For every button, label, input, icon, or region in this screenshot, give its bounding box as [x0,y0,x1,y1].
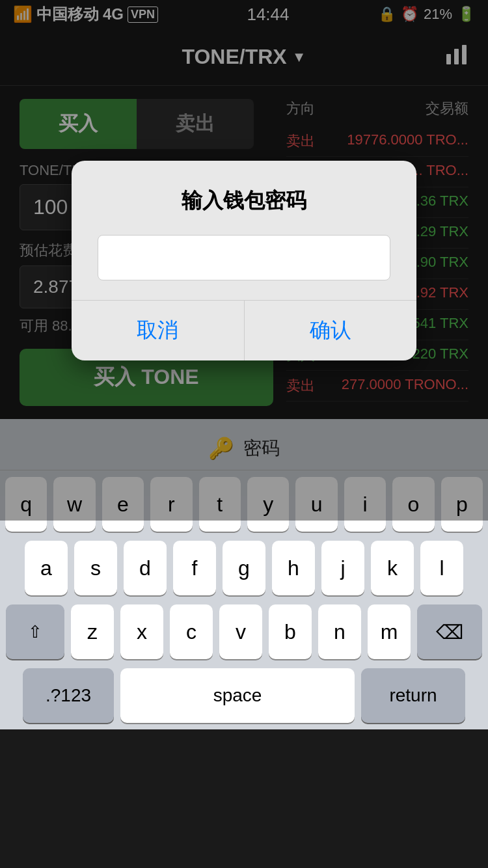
modal-overlay: 输入钱包密码 取消 确认 [0,0,488,521]
modal-title: 输入钱包密码 [98,187,390,215]
key-v[interactable]: v [219,604,262,659]
key-f[interactable]: f [173,541,216,595]
space-key[interactable]: space [120,668,355,723]
confirm-button[interactable]: 确认 [245,301,417,360]
key-k[interactable]: k [371,541,414,595]
password-modal: 输入钱包密码 取消 确认 [72,161,416,360]
key-a[interactable]: a [25,541,68,595]
keyboard-row-3: ⇧ z x c v b n m ⌫ [5,604,483,659]
key-h[interactable]: h [272,541,315,595]
delete-key[interactable]: ⌫ [417,604,482,659]
key-j[interactable]: j [321,541,364,595]
key-n[interactable]: n [318,604,361,659]
key-m[interactable]: m [368,604,411,659]
numbers-key[interactable]: .?123 [23,668,114,723]
keyboard-bottom-row: .?123 space return [0,668,488,729]
cancel-button[interactable]: 取消 [72,301,245,360]
key-x[interactable]: x [120,604,163,659]
key-d[interactable]: d [124,541,167,595]
key-b[interactable]: b [269,604,312,659]
shift-key[interactable]: ⇧ [6,604,64,659]
key-z[interactable]: z [71,604,114,659]
keyboard-row-2: a s d f g h j k l [5,541,483,595]
key-l[interactable]: l [420,541,463,595]
password-input[interactable] [98,235,390,280]
key-g[interactable]: g [223,541,265,595]
key-s[interactable]: s [74,541,117,595]
return-key[interactable]: return [361,668,465,723]
key-c[interactable]: c [170,604,213,659]
modal-buttons: 取消 确认 [72,300,416,360]
